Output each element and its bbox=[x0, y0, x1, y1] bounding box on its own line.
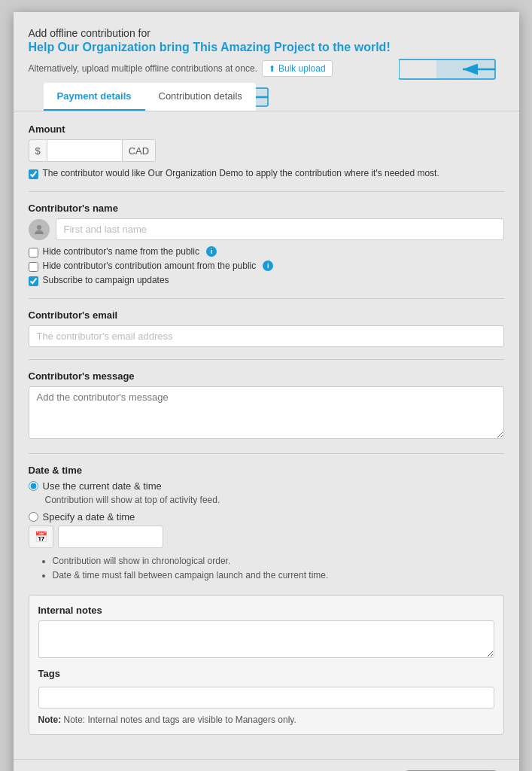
section-divider-3 bbox=[29, 359, 504, 360]
internal-notes-input[interactable] bbox=[38, 620, 494, 658]
tabs-container: Payment details Contribution details bbox=[44, 83, 256, 111]
tab-payment-details[interactable]: Payment details bbox=[44, 83, 145, 111]
apply-checkbox[interactable] bbox=[29, 169, 38, 179]
tabs-wrapper: Payment details Contribution details bbox=[29, 83, 504, 111]
use-current-radio[interactable] bbox=[29, 481, 38, 491]
internal-box: Internal notes Tags Note: Note: Internal… bbox=[29, 595, 504, 735]
bulk-upload-button[interactable]: ⬆ Bulk upload bbox=[262, 60, 333, 77]
subscribe-row: Subscribe to campaign updates bbox=[29, 275, 504, 286]
specify-radio-row: Specify a date & time bbox=[29, 511, 504, 523]
specify-label: Specify a date & time bbox=[43, 511, 135, 523]
tab-contribution-details[interactable]: Contribution details bbox=[145, 83, 256, 111]
bullet-1: Contribution will show in chronological … bbox=[53, 554, 504, 568]
hide-name-label: Hide contributor's name from the public bbox=[43, 246, 199, 257]
hide-amount-info-icon[interactable]: i bbox=[263, 261, 273, 271]
apply-checkbox-row: The contributor would like Our Organizat… bbox=[29, 168, 504, 179]
modal-title-sub: Add offline contribution for bbox=[29, 27, 504, 39]
section-divider-2 bbox=[29, 298, 504, 299]
modal-header: Add offline contribution for Help Our Or… bbox=[14, 12, 519, 111]
hide-name-row: Hide contributor's name from the public … bbox=[29, 246, 504, 258]
modal-body: Amount $ CAD The contributor would like … bbox=[14, 111, 519, 759]
hide-amount-row: Hide contributor's contribution amount f… bbox=[29, 261, 504, 272]
hide-amount-checkbox[interactable] bbox=[29, 262, 38, 272]
svg-rect-2 bbox=[436, 59, 495, 79]
date-time-label: Date & time bbox=[29, 465, 504, 476]
contributor-email-section: Contributor's email bbox=[29, 309, 504, 347]
contributor-message-label: Contributor's message bbox=[29, 370, 504, 382]
date-time-section: Date & time Use the current date & time … bbox=[29, 465, 504, 583]
currency-code: CAD bbox=[122, 139, 156, 162]
amount-input[interactable] bbox=[47, 139, 122, 162]
apply-checkbox-label: The contributor would like Our Organizat… bbox=[43, 168, 439, 178]
date-input[interactable] bbox=[58, 526, 163, 548]
hide-name-info-icon[interactable]: i bbox=[206, 246, 217, 257]
modal-title-main: Help Our Organization bring This Amazing… bbox=[29, 41, 504, 54]
use-current-label: Use the current date & time bbox=[43, 480, 162, 492]
subscribe-label: Subscribe to campaign updates bbox=[43, 275, 169, 285]
contributor-message-section: Contributor's message bbox=[29, 370, 504, 441]
currency-symbol: $ bbox=[29, 139, 47, 162]
upload-icon: ⬆ bbox=[269, 64, 275, 74]
tags-input[interactable] bbox=[38, 687, 494, 709]
use-current-desc: Contribution will show at top of activit… bbox=[45, 495, 504, 505]
contributor-name-row bbox=[29, 218, 504, 240]
bulk-upload-label: Bulk upload bbox=[278, 63, 326, 74]
arrow-annotation bbox=[399, 56, 497, 83]
avatar-icon bbox=[29, 219, 50, 240]
contributor-email-label: Contributor's email bbox=[29, 309, 504, 321]
subscribe-checkbox[interactable] bbox=[29, 276, 38, 286]
section-divider-4 bbox=[29, 453, 504, 454]
tags-label: Tags bbox=[38, 668, 494, 679]
amount-section: Amount $ CAD The contributor would like … bbox=[29, 123, 504, 179]
calendar-button[interactable]: 📅 bbox=[29, 526, 53, 548]
contributor-name-label: Contributor's name bbox=[29, 203, 504, 214]
bulk-upload-text: Alternatively, upload multiple offline c… bbox=[29, 63, 257, 74]
amount-label: Amount bbox=[29, 123, 504, 135]
bullet-2: Date & time must fall between campaign l… bbox=[53, 568, 504, 583]
section-divider-1 bbox=[29, 191, 504, 192]
contributor-name-section: Contributor's name Hide contributor's na… bbox=[29, 203, 504, 286]
date-input-row: 📅 bbox=[29, 526, 504, 548]
specify-radio[interactable] bbox=[29, 512, 38, 522]
date-bullet-list: Contribution will show in chronological … bbox=[53, 554, 504, 583]
bulk-upload-row: Alternatively, upload multiple offline c… bbox=[29, 60, 504, 77]
contributor-name-input[interactable] bbox=[56, 218, 504, 240]
modal-footer: Cancel Contribution details Add contribu… bbox=[14, 759, 519, 771]
use-current-radio-row: Use the current date & time bbox=[29, 480, 504, 492]
internal-notes-label: Internal notes bbox=[38, 605, 494, 616]
amount-row: $ CAD bbox=[29, 139, 504, 162]
internal-note: Note: Note: Internal notes and tags are … bbox=[38, 715, 494, 725]
hide-amount-label: Hide contributor's contribution amount f… bbox=[43, 261, 257, 271]
modal: Add offline contribution for Help Our Or… bbox=[14, 12, 519, 771]
svg-point-8 bbox=[37, 225, 41, 230]
contributor-message-input[interactable] bbox=[29, 386, 504, 439]
hide-name-checkbox[interactable] bbox=[29, 248, 38, 258]
contributor-email-input[interactable] bbox=[29, 325, 504, 347]
